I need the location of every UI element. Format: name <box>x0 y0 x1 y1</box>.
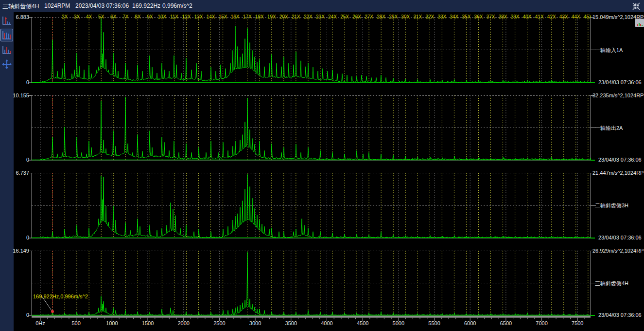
harmonic-label: 26X <box>350 14 363 19</box>
pan-icon <box>1 59 12 70</box>
harmonic-label: 38X <box>497 14 509 19</box>
harmonic-label: 5X <box>95 14 107 19</box>
rpm-readout: 1024RPM <box>44 2 70 9</box>
harmonic-label: 21X <box>290 14 302 19</box>
y-max-label: 16.149 <box>8 248 29 254</box>
harmonic-label: 13X <box>192 14 205 19</box>
harmonic-label: 25X <box>338 14 351 19</box>
harmonic-label: 16X <box>229 14 242 19</box>
collapse-inward-icon[interactable] <box>632 2 641 11</box>
harmonic-label: 10X <box>156 14 168 19</box>
timestamp-label: 23/04/03 07:36:06 <box>598 312 642 318</box>
x-tick-label: 6000 <box>455 320 485 326</box>
harmonic-label: 9X <box>143 14 156 19</box>
harmonic-label: 14X <box>205 14 217 19</box>
harmonic-label: 30X <box>399 14 412 19</box>
harmonic-label: 17X <box>241 14 254 19</box>
harmonic-label: 45X <box>582 14 591 19</box>
harmonic-cursor-icon <box>1 30 12 40</box>
harmonic-label: 24X <box>326 14 339 19</box>
y-zero-label: 0 <box>8 235 29 240</box>
x-tick-label: 7500 <box>563 320 592 326</box>
x-tick-label: 2500 <box>205 320 234 326</box>
sideband-cursor-tool-button[interactable] <box>0 43 13 56</box>
x-tick-label: 6500 <box>491 320 521 326</box>
harmonic-label: 15X <box>217 14 229 19</box>
harmonic-label: 19X <box>265 14 278 19</box>
x-tick-label: 3500 <box>277 320 306 326</box>
harmonic-label: 29X <box>387 14 400 19</box>
channel-name-label: 二轴斜齿侧3H <box>595 202 628 209</box>
timestamp-label: 23/04/03 07:36:06 <box>598 157 642 163</box>
harmonic-label: 40X <box>521 14 534 19</box>
peak-value-label: 21.447m/s^2,1024RPM <box>592 170 644 176</box>
harmonic-label: 36X <box>472 14 485 19</box>
harmonic-label: 27X <box>363 14 375 19</box>
spectrum-trace[interactable] <box>32 174 591 238</box>
harmonic-label: 18X <box>253 14 266 19</box>
harmonic-label: 7X <box>119 14 132 19</box>
harmonic-label: 32X <box>423 14 436 19</box>
mini-spectrum-icon[interactable] <box>635 18 644 27</box>
x-tick-label: 4500 <box>348 320 377 326</box>
harmonic-labels-row: 2X3X4X5X6X7X8X9X10X11X12X13X14X15X16X17X… <box>0 14 591 20</box>
spectrum-plot-3[interactable] <box>27 173 596 241</box>
cursor-frequency-readout: 169.922Hz <box>132 2 160 9</box>
harmonic-label: 20X <box>278 14 290 19</box>
window-title: 三轴斜齿侧4H <box>2 2 39 11</box>
spectrum-trace[interactable] <box>32 252 591 315</box>
harmonic-cursor-tool-button[interactable] <box>0 29 13 41</box>
sideband-cursor-icon <box>1 44 12 55</box>
channel-name-label: 三轴斜齿侧4H <box>595 280 628 287</box>
y-max-label: 10.155 <box>8 92 29 98</box>
harmonic-label: 12X <box>180 14 192 19</box>
title-bar: 三轴斜齿侧4H 1024RPM 2023/04/03 07:36:06 169.… <box>0 0 644 12</box>
timestamp-label: 23/04/03 07:36:06 <box>598 79 642 85</box>
datetime-readout: 2023/04/03 07:36:06 <box>75 2 129 9</box>
harmonic-label: 39X <box>509 14 522 19</box>
harmonic-label: 44X <box>570 14 582 19</box>
cursor-annotation: 169.922Hz,0.996m/s^2 <box>33 294 88 299</box>
harmonic-label: 41X <box>533 14 546 19</box>
y-max-label: 6.737 <box>8 170 29 176</box>
spectrum-plot-4[interactable] <box>27 251 596 318</box>
pan-tool-button[interactable] <box>0 58 13 71</box>
harmonic-label: 23X <box>314 14 327 19</box>
cursor-peak-dot <box>51 310 54 313</box>
x-tick-label: 0Hz <box>26 320 55 326</box>
x-tick-label: 7000 <box>527 320 557 326</box>
harmonic-label: 37X <box>485 14 497 19</box>
x-tick-label: 3000 <box>241 320 270 326</box>
y-zero-label: 0 <box>8 312 29 318</box>
x-tick-label: 1500 <box>133 320 162 326</box>
x-tick-label: 5000 <box>384 320 413 326</box>
peak-value-label: 32.235m/s^2,1024RPM <box>592 92 644 98</box>
spectrum-trace[interactable] <box>32 18 591 83</box>
y-zero-label: 0 <box>8 79 29 85</box>
harmonic-label: 11X <box>168 14 180 19</box>
spectrum-plot-2[interactable] <box>27 95 596 163</box>
harmonic-label: 43X <box>557 14 570 19</box>
harmonic-label: 42X <box>545 14 558 19</box>
spectrum-trace[interactable] <box>32 97 591 160</box>
y-max-label: 6.883 <box>8 14 29 20</box>
x-tick-label: 1000 <box>97 320 126 326</box>
x-tick-label: 2000 <box>169 320 198 326</box>
harmonic-label: 8X <box>131 14 144 19</box>
x-tick-label: 500 <box>62 320 91 326</box>
spectrum-plot-1[interactable] <box>27 17 596 86</box>
cursor-amplitude-readout: 0.996m/s^2 <box>162 2 192 9</box>
harmonic-label: 28X <box>375 14 387 19</box>
channel-name-label: 一轴输入1A <box>595 47 623 54</box>
harmonic-label: 3X <box>70 14 83 19</box>
harmonic-label: 4X <box>83 14 95 19</box>
timestamp-label: 23/04/03 07:36:06 <box>598 235 642 240</box>
peak-value-label: 26.929m/s^2,1024RPM <box>592 248 644 254</box>
x-tick-label: 4000 <box>312 320 341 326</box>
harmonic-label: 2X <box>58 14 71 19</box>
harmonic-label: 34X <box>448 14 460 19</box>
harmonic-label: 6X <box>107 14 120 19</box>
channel-name-label: 一轴输出2A <box>595 125 623 132</box>
harmonic-label: 33X <box>435 14 448 19</box>
harmonic-label: 22X <box>302 14 314 19</box>
